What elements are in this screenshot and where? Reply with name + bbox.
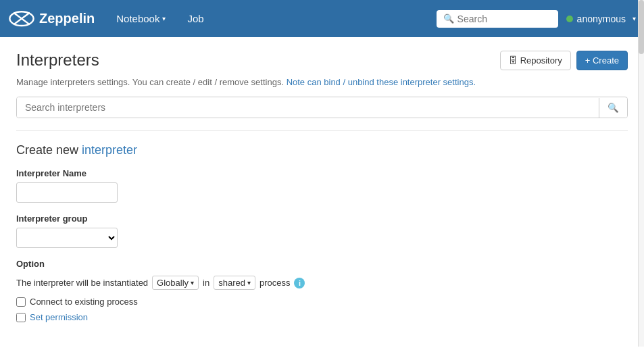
- username-label: anonymous: [577, 14, 626, 24]
- page-header: Interpreters 🗄 Repository + Create: [16, 51, 628, 70]
- option-group: Option The interpreter will be instantia…: [16, 259, 628, 322]
- nav-items: Notebook ▾ Job: [108, 7, 436, 30]
- section-divider: [16, 130, 628, 131]
- navbar: Zeppelin Notebook ▾ Job 🔍 anonymous ▾: [0, 0, 644, 37]
- chevron-down-icon: ▾: [191, 279, 194, 286]
- globally-label: Globally: [157, 278, 189, 288]
- description-normal: Manage interpreters settings. You can cr…: [16, 77, 284, 87]
- global-search-input[interactable]: [457, 14, 552, 24]
- chevron-down-icon: ▾: [162, 15, 166, 22]
- repository-label: Repository: [520, 55, 562, 66]
- in-text: in: [203, 278, 209, 288]
- interpreter-search-button[interactable]: 🔍: [599, 98, 627, 118]
- page-description: Manage interpreters settings. You can cr…: [16, 77, 628, 87]
- nav-notebook[interactable]: Notebook ▾: [108, 7, 174, 30]
- section-title-plain: Create new: [16, 143, 82, 157]
- page-title: Interpreters: [16, 51, 99, 70]
- interpreter-search-input[interactable]: [17, 97, 599, 118]
- info-icon[interactable]: i: [294, 278, 305, 288]
- repository-button[interactable]: 🗄 Repository: [500, 51, 571, 70]
- instantiate-text: The interpreter will be instantiated: [16, 278, 148, 288]
- search-icon: 🔍: [608, 103, 619, 113]
- interpreter-search-bar: 🔍: [16, 97, 628, 118]
- set-permission-label[interactable]: Set permission: [30, 312, 88, 322]
- nav-job[interactable]: Job: [179, 7, 212, 30]
- create-button[interactable]: + Create: [576, 51, 628, 70]
- user-menu[interactable]: anonymous ▾: [566, 14, 636, 24]
- header-buttons: 🗄 Repository + Create: [500, 51, 628, 70]
- shared-label: shared: [218, 278, 245, 288]
- shared-dropdown[interactable]: shared ▾: [214, 276, 255, 290]
- process-text: process: [259, 278, 291, 288]
- create-interpreter-section: Create new interpreter Interpreter Name …: [16, 143, 628, 322]
- global-search-box[interactable]: 🔍: [437, 10, 558, 28]
- interpreter-name-input[interactable]: [16, 182, 118, 203]
- set-permission-checkbox[interactable]: [16, 313, 26, 322]
- globally-dropdown[interactable]: Globally ▾: [152, 276, 199, 290]
- connect-existing-row: Connect to existing process: [16, 297, 628, 307]
- interpreter-group-group: Interpreter group: [16, 213, 628, 248]
- navbar-right: 🔍 anonymous ▾: [437, 10, 636, 28]
- create-label: + Create: [585, 55, 619, 66]
- scrollbar[interactable]: [638, 0, 644, 347]
- interpreter-name-group: Interpreter Name: [16, 168, 628, 203]
- set-permission-row: Set permission: [16, 312, 628, 322]
- interpreter-group-select[interactable]: [16, 228, 118, 248]
- section-title-highlight: interpreter: [82, 143, 137, 157]
- connect-existing-label[interactable]: Connect to existing process: [30, 297, 138, 307]
- main-content: Interpreters 🗄 Repository + Create Manag…: [0, 37, 644, 347]
- instantiate-row: The interpreter will be instantiated Glo…: [16, 276, 628, 290]
- section-title: Create new interpreter: [16, 143, 628, 157]
- interpreter-name-label: Interpreter Name: [16, 168, 628, 178]
- nav-notebook-label: Notebook: [116, 13, 159, 24]
- brand-logo[interactable]: Zeppelin: [8, 9, 95, 29]
- chevron-down-icon: ▾: [633, 15, 636, 22]
- option-label: Option: [16, 259, 628, 269]
- nav-job-label: Job: [187, 13, 203, 24]
- scrollbar-thumb[interactable]: [639, 0, 644, 54]
- interpreter-group-label: Interpreter group: [16, 213, 628, 224]
- connect-existing-checkbox[interactable]: [16, 297, 26, 307]
- search-icon: 🔍: [443, 14, 454, 24]
- online-status-icon: [566, 16, 573, 22]
- brand-name: Zeppelin: [39, 11, 95, 26]
- description-link[interactable]: Note can bind / unbind these interpreter…: [287, 77, 476, 87]
- chevron-down-icon: ▾: [247, 279, 251, 286]
- database-icon: 🗄: [509, 55, 518, 66]
